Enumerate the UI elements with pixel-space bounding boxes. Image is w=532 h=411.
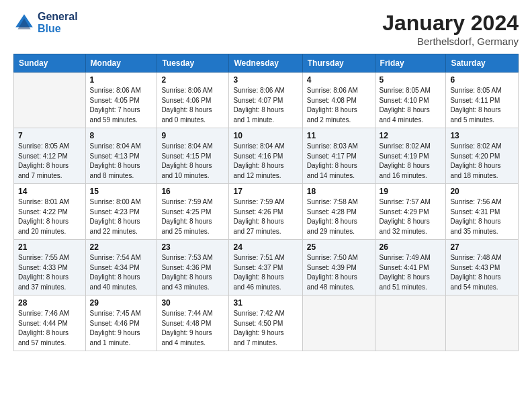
calendar-cell: 11Sunrise: 8:03 AMSunset: 4:17 PMDayligh…	[302, 128, 375, 184]
calendar-cell: 14Sunrise: 8:01 AMSunset: 4:22 PMDayligh…	[14, 184, 86, 240]
day-info: Sunrise: 7:42 AMSunset: 4:50 PMDaylight:…	[233, 309, 298, 348]
day-number: 8	[90, 131, 153, 140]
day-info: Sunrise: 7:57 AMSunset: 4:29 PMDaylight:…	[380, 197, 442, 236]
calendar-cell: 10Sunrise: 8:04 AMSunset: 4:16 PMDayligh…	[229, 128, 302, 184]
calendar-cell: 22Sunrise: 7:54 AMSunset: 4:34 PMDayligh…	[85, 240, 157, 295]
day-info: Sunrise: 8:04 AMSunset: 4:16 PMDaylight:…	[233, 142, 298, 181]
day-info: Sunrise: 8:06 AMSunset: 4:05 PMDaylight:…	[90, 86, 153, 125]
day-info: Sunrise: 7:50 AMSunset: 4:39 PMDaylight:…	[307, 253, 371, 292]
day-number: 21	[18, 242, 81, 252]
weekday-header: Sunday	[14, 54, 86, 73]
month-title: January 2024	[382, 11, 519, 36]
day-info: Sunrise: 7:59 AMSunset: 4:26 PMDaylight:…	[233, 197, 298, 236]
calendar-cell	[302, 295, 375, 351]
day-number: 28	[18, 298, 81, 308]
calendar-cell: 18Sunrise: 7:58 AMSunset: 4:28 PMDayligh…	[302, 184, 375, 240]
day-info: Sunrise: 7:55 AMSunset: 4:33 PMDaylight:…	[18, 253, 81, 292]
calendar-cell	[446, 295, 519, 351]
day-number: 16	[161, 187, 224, 196]
day-number: 26	[380, 242, 442, 252]
calendar-week-row: 14Sunrise: 8:01 AMSunset: 4:22 PMDayligh…	[14, 184, 519, 240]
day-number: 6	[450, 75, 514, 85]
day-number: 2	[161, 75, 224, 85]
calendar-cell: 28Sunrise: 7:46 AMSunset: 4:44 PMDayligh…	[14, 295, 86, 351]
calendar-header-row: SundayMondayTuesdayWednesdayThursdayFrid…	[14, 54, 519, 73]
day-info: Sunrise: 8:06 AMSunset: 4:08 PMDaylight:…	[307, 86, 371, 125]
calendar-cell: 6Sunrise: 8:05 AMSunset: 4:11 PMDaylight…	[446, 73, 519, 128]
day-number: 12	[380, 131, 442, 140]
day-number: 27	[450, 242, 514, 252]
day-number: 31	[233, 298, 298, 308]
calendar-cell: 3Sunrise: 8:06 AMSunset: 4:07 PMDaylight…	[229, 73, 302, 128]
day-number: 25	[307, 242, 371, 252]
calendar-cell: 13Sunrise: 8:02 AMSunset: 4:20 PMDayligh…	[446, 128, 519, 184]
day-info: Sunrise: 7:59 AMSunset: 4:25 PMDaylight:…	[161, 197, 224, 236]
day-info: Sunrise: 8:06 AMSunset: 4:07 PMDaylight:…	[233, 86, 298, 125]
logo: General Blue	[13, 11, 78, 35]
day-number: 13	[450, 131, 514, 140]
weekday-header: Thursday	[302, 54, 375, 73]
day-number: 17	[233, 187, 298, 196]
calendar-cell: 29Sunrise: 7:45 AMSunset: 4:46 PMDayligh…	[85, 295, 157, 351]
day-number: 20	[450, 187, 514, 196]
location-title: Berthelsdorf, Germany	[382, 36, 519, 47]
day-number: 14	[18, 187, 81, 196]
day-number: 7	[18, 131, 81, 140]
day-number: 3	[233, 75, 298, 85]
weekday-header: Tuesday	[157, 54, 229, 73]
day-info: Sunrise: 7:58 AMSunset: 4:28 PMDaylight:…	[307, 197, 371, 236]
calendar-week-row: 28Sunrise: 7:46 AMSunset: 4:44 PMDayligh…	[14, 295, 519, 351]
day-info: Sunrise: 8:03 AMSunset: 4:17 PMDaylight:…	[307, 142, 371, 181]
calendar-cell: 23Sunrise: 7:53 AMSunset: 4:36 PMDayligh…	[157, 240, 229, 295]
day-info: Sunrise: 7:51 AMSunset: 4:37 PMDaylight:…	[233, 253, 298, 292]
day-number: 11	[307, 131, 371, 140]
day-info: Sunrise: 8:05 AMSunset: 4:11 PMDaylight:…	[450, 86, 514, 125]
day-number: 15	[90, 187, 153, 196]
day-number: 9	[161, 131, 224, 140]
calendar-cell: 25Sunrise: 7:50 AMSunset: 4:39 PMDayligh…	[302, 240, 375, 295]
day-info: Sunrise: 7:44 AMSunset: 4:48 PMDaylight:…	[161, 309, 224, 348]
calendar-cell: 9Sunrise: 8:04 AMSunset: 4:15 PMDaylight…	[157, 128, 229, 184]
day-info: Sunrise: 8:02 AMSunset: 4:19 PMDaylight:…	[380, 142, 442, 181]
calendar-cell: 12Sunrise: 8:02 AMSunset: 4:19 PMDayligh…	[375, 128, 446, 184]
calendar-cell: 4Sunrise: 8:06 AMSunset: 4:08 PMDaylight…	[302, 73, 375, 128]
title-block: January 2024 Berthelsdorf, Germany	[382, 11, 519, 47]
day-info: Sunrise: 8:05 AMSunset: 4:12 PMDaylight:…	[18, 142, 81, 181]
day-info: Sunrise: 8:00 AMSunset: 4:23 PMDaylight:…	[90, 197, 153, 236]
calendar-cell: 20Sunrise: 7:56 AMSunset: 4:31 PMDayligh…	[446, 184, 519, 240]
calendar-cell: 21Sunrise: 7:55 AMSunset: 4:33 PMDayligh…	[14, 240, 86, 295]
day-number: 5	[380, 75, 442, 85]
day-info: Sunrise: 8:01 AMSunset: 4:22 PMDaylight:…	[18, 197, 81, 236]
day-info: Sunrise: 8:06 AMSunset: 4:06 PMDaylight:…	[161, 86, 224, 125]
day-info: Sunrise: 8:05 AMSunset: 4:10 PMDaylight:…	[380, 86, 442, 125]
calendar-cell: 7Sunrise: 8:05 AMSunset: 4:12 PMDaylight…	[14, 128, 86, 184]
calendar-cell: 24Sunrise: 7:51 AMSunset: 4:37 PMDayligh…	[229, 240, 302, 295]
calendar-cell: 27Sunrise: 7:48 AMSunset: 4:43 PMDayligh…	[446, 240, 519, 295]
day-number: 4	[307, 75, 371, 85]
calendar-cell: 17Sunrise: 7:59 AMSunset: 4:26 PMDayligh…	[229, 184, 302, 240]
calendar-cell	[14, 73, 86, 128]
calendar-cell: 2Sunrise: 8:06 AMSunset: 4:06 PMDaylight…	[157, 73, 229, 128]
logo-icon	[13, 12, 35, 34]
day-info: Sunrise: 7:48 AMSunset: 4:43 PMDaylight:…	[450, 253, 514, 292]
weekday-header: Friday	[375, 54, 446, 73]
weekday-header: Monday	[85, 54, 157, 73]
calendar-cell: 26Sunrise: 7:49 AMSunset: 4:41 PMDayligh…	[375, 240, 446, 295]
day-number: 22	[90, 242, 153, 252]
weekday-header: Saturday	[446, 54, 519, 73]
day-info: Sunrise: 7:49 AMSunset: 4:41 PMDaylight:…	[380, 253, 442, 292]
calendar-cell: 30Sunrise: 7:44 AMSunset: 4:48 PMDayligh…	[157, 295, 229, 351]
calendar-cell: 19Sunrise: 7:57 AMSunset: 4:29 PMDayligh…	[375, 184, 446, 240]
calendar-cell: 5Sunrise: 8:05 AMSunset: 4:10 PMDaylight…	[375, 73, 446, 128]
day-number: 10	[233, 131, 298, 140]
calendar-week-row: 21Sunrise: 7:55 AMSunset: 4:33 PMDayligh…	[14, 240, 519, 295]
calendar-cell: 31Sunrise: 7:42 AMSunset: 4:50 PMDayligh…	[229, 295, 302, 351]
calendar-cell: 1Sunrise: 8:06 AMSunset: 4:05 PMDaylight…	[85, 73, 157, 128]
day-number: 29	[90, 298, 153, 308]
day-number: 24	[233, 242, 298, 252]
day-number: 19	[380, 187, 442, 196]
calendar-cell: 15Sunrise: 8:00 AMSunset: 4:23 PMDayligh…	[85, 184, 157, 240]
day-info: Sunrise: 7:53 AMSunset: 4:36 PMDaylight:…	[161, 253, 224, 292]
weekday-header: Wednesday	[229, 54, 302, 73]
header: General Blue January 2024 Berthelsdorf, …	[13, 11, 519, 47]
